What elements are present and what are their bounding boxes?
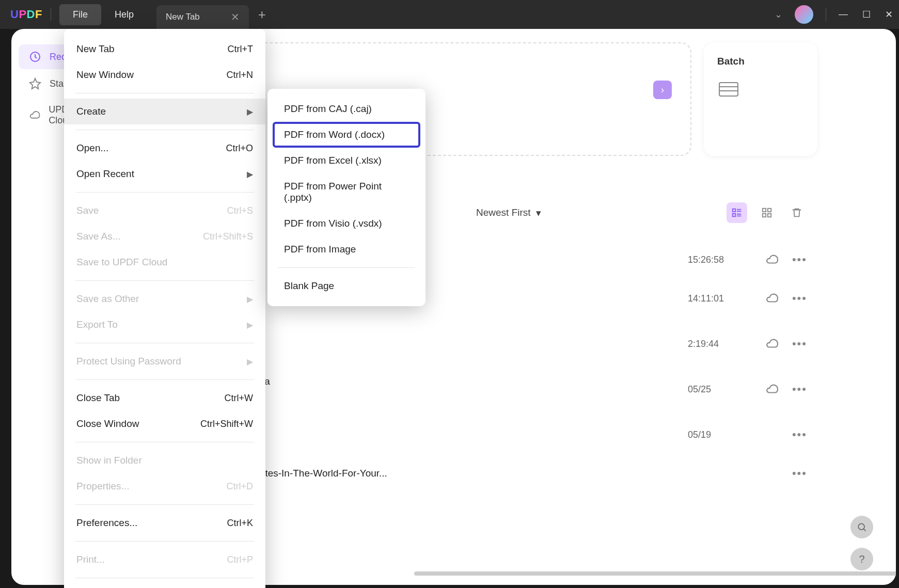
svg-rect-6 xyxy=(763,214,766,217)
menu-shortcut: Ctrl+P xyxy=(227,554,253,565)
menu-separator xyxy=(75,504,254,505)
cloud-icon[interactable] xyxy=(765,253,779,266)
file-time: 14:11:01 xyxy=(688,293,750,304)
search-button[interactable] xyxy=(850,516,873,538)
menu-label: Open... xyxy=(76,142,108,154)
chevron-down-icon: ▾ xyxy=(536,207,541,219)
sort-dropdown[interactable]: Newest First ▾ xyxy=(476,207,541,219)
svg-rect-5 xyxy=(768,209,771,212)
file-menu-dropdown: New TabCtrl+TNew WindowCtrl+NCreate▶Open… xyxy=(64,29,265,588)
new-tab-button[interactable]: + xyxy=(258,7,266,23)
menu-label: Create xyxy=(76,106,106,117)
menu-separator xyxy=(75,541,254,542)
trash-button[interactable] xyxy=(786,202,807,223)
close-icon[interactable]: ✕ xyxy=(231,11,240,23)
float-buttons: ? xyxy=(850,516,873,570)
create-submenu: PDF from CAJ (.caj)PDF from Word (.docx)… xyxy=(267,89,425,306)
app-logo: UPDF xyxy=(10,8,42,21)
menu-item-show-in-folder: Show in Folder xyxy=(64,448,265,473)
menu-item-new-window[interactable]: New WindowCtrl+N xyxy=(64,62,265,88)
file-time: 2:19:44 xyxy=(688,339,750,349)
minimize-icon[interactable]: — xyxy=(839,9,848,20)
menu-item-close-tab[interactable]: Close TabCtrl+W xyxy=(64,385,265,411)
chevron-right-icon: ▶ xyxy=(247,320,253,330)
divider xyxy=(826,8,826,21)
menu-item-properties-: Properties...Ctrl+D xyxy=(64,473,265,499)
menu-item-save-as-: Save As...Ctrl+Shift+S xyxy=(64,224,265,249)
menu-item-open-recent[interactable]: Open Recent▶ xyxy=(64,161,265,187)
scrollbar-thumb[interactable] xyxy=(414,571,896,576)
tab-new[interactable]: New Tab ✕ xyxy=(156,5,249,29)
batch-card[interactable]: Batch xyxy=(704,42,817,156)
file-time: 05/25 xyxy=(688,384,750,395)
menu-item-new-tab[interactable]: New TabCtrl+T xyxy=(64,36,265,62)
cloud-icon[interactable] xyxy=(765,292,779,305)
submenu-item-pdf-from-image[interactable]: PDF from Image xyxy=(273,236,420,262)
submenu-item-pdf-from-word-docx-[interactable]: PDF from Word (.docx) xyxy=(273,122,420,148)
menu-separator xyxy=(75,442,254,442)
submenu-item-pdf-from-caj-caj-[interactable]: PDF from CAJ (.caj) xyxy=(273,96,420,122)
menu-label: Protect Using Password xyxy=(76,356,181,367)
menu-item-save-to-updf-cloud: Save to UPDF Cloud xyxy=(64,249,265,275)
menu-label: Close Window xyxy=(76,418,139,430)
file-menu-button[interactable]: File xyxy=(59,4,101,25)
grid-view-button[interactable] xyxy=(756,202,777,223)
menu-label: Print... xyxy=(76,554,105,565)
menu-item-quit-updf[interactable]: Quit UPDFCtrl+Q xyxy=(64,583,265,588)
menu-label: Save xyxy=(76,205,99,216)
menu-shortcut: Ctrl+D xyxy=(226,481,253,492)
menu-label: New Tab xyxy=(76,43,115,55)
menu-separator xyxy=(75,379,254,380)
arrow-right-icon[interactable]: › xyxy=(653,81,672,99)
submenu-item-pdf-from-power-point-pptx-[interactable]: PDF from Power Point (.pptx) xyxy=(273,173,420,211)
more-icon[interactable]: ••• xyxy=(792,428,807,441)
help-button[interactable]: ? xyxy=(850,548,873,570)
list-view-button[interactable] xyxy=(727,202,747,223)
menu-item-preferences-[interactable]: Preferences...Ctrl+K xyxy=(64,510,265,536)
menu-separator xyxy=(75,578,254,578)
submenu-item-pdf-from-visio-vsdx-[interactable]: PDF from Visio (.vsdx) xyxy=(273,211,420,236)
more-icon[interactable]: ••• xyxy=(792,292,807,305)
menu-item-open-[interactable]: Open...Ctrl+O xyxy=(64,135,265,161)
more-icon[interactable]: ••• xyxy=(792,337,807,351)
file-time: 05/19 xyxy=(688,430,750,440)
chevron-down-icon[interactable]: ⌄ xyxy=(775,9,782,20)
logo-letter: U xyxy=(10,8,19,21)
menu-item-save: SaveCtrl+S xyxy=(64,198,265,224)
menu-item-close-window[interactable]: Close WindowCtrl+Shift+W xyxy=(64,411,265,437)
cloud-icon xyxy=(29,109,40,121)
cloud-icon[interactable] xyxy=(765,337,779,351)
svg-rect-4 xyxy=(763,209,766,212)
svg-rect-2 xyxy=(733,209,736,212)
menu-shortcut: Ctrl+K xyxy=(227,518,253,529)
chevron-right-icon: ▶ xyxy=(247,357,253,367)
titlebar: UPDF File Help New Tab ✕ + ⌄ — ☐ ✕ xyxy=(0,0,899,29)
more-icon[interactable]: ••• xyxy=(792,253,807,266)
file-time: 15:26:58 xyxy=(688,255,750,265)
help-menu-button[interactable]: Help xyxy=(101,4,147,25)
cloud-icon[interactable] xyxy=(765,383,779,396)
more-icon[interactable]: ••• xyxy=(792,467,807,480)
menu-label: Save As... xyxy=(76,231,121,242)
menu-item-protect-using-password: Protect Using Password▶ xyxy=(64,348,265,374)
chevron-right-icon: ▶ xyxy=(247,169,253,179)
menu-label: Close Tab xyxy=(76,392,120,404)
menu-label: Properties... xyxy=(76,481,129,492)
tab-title: New Tab xyxy=(166,12,200,22)
menu-item-create[interactable]: Create▶ xyxy=(64,99,265,124)
horizontal-scrollbar[interactable] xyxy=(414,571,896,576)
sort-label: Newest First xyxy=(476,207,531,218)
chevron-right-icon: ▶ xyxy=(247,107,253,117)
submenu-item-blank-page[interactable]: Blank Page xyxy=(273,273,420,299)
menu-label: Save to UPDF Cloud xyxy=(76,257,167,268)
maximize-icon[interactable]: ☐ xyxy=(862,9,871,20)
svg-rect-1 xyxy=(719,83,738,96)
submenu-item-pdf-from-excel-xlsx-[interactable]: PDF from Excel (.xlsx) xyxy=(273,148,420,173)
avatar[interactable] xyxy=(795,5,813,24)
close-icon[interactable]: ✕ xyxy=(885,9,893,20)
more-icon[interactable]: ••• xyxy=(792,383,807,396)
svg-point-8 xyxy=(858,523,864,530)
menu-label: New Window xyxy=(76,69,134,81)
logo-letter: D xyxy=(27,8,35,21)
clock-icon xyxy=(29,51,41,63)
